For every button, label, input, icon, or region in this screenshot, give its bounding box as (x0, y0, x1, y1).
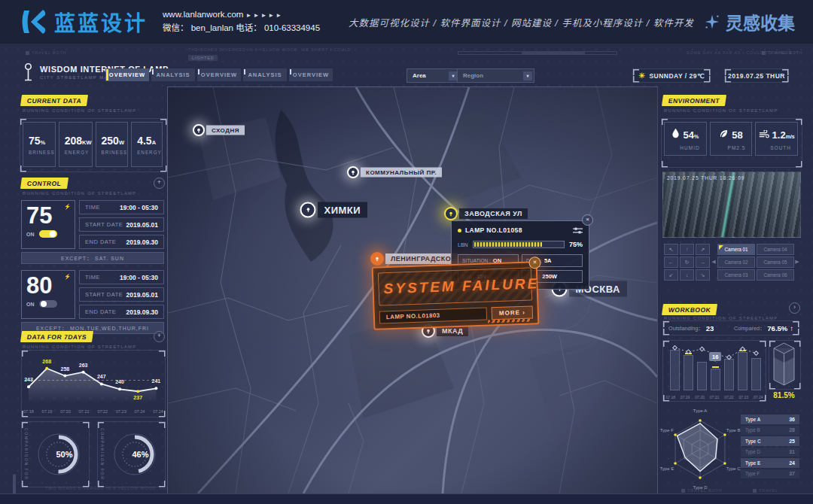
camera-pager-right[interactable]: ▶ (794, 244, 800, 279)
week-chart-add-button[interactable]: + (154, 331, 165, 342)
city-map[interactable]: СХОДНЯ КОММУНАЛЬНЫЙ ПР. ХИМКИ ЗАВОДСКАЯ … (167, 87, 658, 494)
schedule-row[interactable]: START DATE2019.05.01 (79, 217, 164, 232)
map-pin-химки[interactable] (300, 202, 316, 218)
camera-button-camera-04[interactable]: Camera 04 (757, 244, 794, 255)
current-data-tiles: 75%BRINESS 208KWENERGY 250WBRINESS 4.5AE… (23, 122, 163, 167)
workbook-next-button[interactable]: › (789, 302, 800, 314)
schedule-row[interactable]: END DATE2019.09.30 (79, 305, 164, 319)
outstanding-label: Outstanding： (668, 324, 704, 332)
camera-button-camera-02[interactable]: Camera 02 (717, 257, 755, 268)
type-row-type-f[interactable]: Type F37 (741, 469, 799, 479)
tab-analysis-4[interactable]: ANALYSIS (243, 68, 287, 81)
close-icon[interactable]: × (582, 214, 593, 226)
data-point-label: 258 (61, 366, 70, 372)
radar-axis-label: Type B (726, 428, 741, 433)
map-pin-сходня[interactable] (193, 124, 205, 136)
week-chart-subtitle: RUNNING CONDITION OF STREETLAMP (23, 345, 136, 349)
banner-contact-line: 微信： ben_lanlan 电话： 010-63334945 (163, 22, 320, 35)
type-row-type-c[interactable]: Type C25 (741, 436, 799, 446)
schedule-row[interactable]: TIME19:00 - 05:30 (79, 270, 164, 284)
dpad-arrow-7[interactable]: ↓ (680, 269, 694, 281)
tune-icon[interactable] (573, 227, 583, 234)
type-row-type-e[interactable]: Type E24 (741, 458, 799, 468)
schedule-row[interactable]: END DATE2019.09.30 (79, 235, 164, 249)
bottom-bar (0, 493, 813, 504)
type-row-type-a[interactable]: Type A36 (741, 414, 799, 424)
control-add-button[interactable]: + (154, 178, 165, 189)
metric-tile-energy: 4.5AENERGY (131, 122, 163, 167)
tab-overview-3[interactable]: OVERVIEW (197, 68, 241, 81)
type-row-type-d[interactable]: Type D31 (741, 448, 799, 457)
capacity-cube (769, 340, 801, 390)
schedule-row[interactable]: TIME19:00 - 05:30 (79, 200, 164, 214)
lanlan-logo-icon (18, 7, 48, 37)
dpad-arrow-6[interactable]: ↙ (664, 269, 678, 281)
tab-bar: OVERVIEWANALYSISOVERVIEWANALYSISOVERVIEW (105, 68, 333, 81)
dashboard: TRAVEL BOTHTHE ROADS DIVERGED IN A YELLO… (0, 44, 813, 504)
system-failure-popup: × SYSTEM FAILURE LAMP NO.L01803 MORE › (372, 261, 540, 330)
region-select[interactable]: Region ▾ (457, 68, 534, 83)
streetlamp-icon (23, 62, 34, 82)
type-list: Type A36 Type B28 Type C25 Type D31 Type… (741, 414, 799, 480)
radar-chart (661, 410, 739, 488)
power-toggle[interactable] (39, 230, 57, 238)
radar-axis-label: Type A (693, 408, 707, 413)
type-row-type-b[interactable]: Type B28 (741, 426, 799, 436)
tab-overview-1[interactable]: OVERVIEW (105, 68, 149, 81)
date-text: 2019.07.25 THUR (728, 72, 785, 80)
refresh-icon[interactable]: ↻ (680, 257, 694, 268)
metric-tile-briness: 75%BRINESS (23, 122, 56, 167)
more-button[interactable]: MORE › (492, 305, 533, 320)
decor-text: TRAVEL BOTH (26, 50, 66, 55)
map-pin-ленинградское ш[interactable] (370, 252, 384, 266)
camera-button-camera-05[interactable]: Camera 05 (757, 257, 794, 268)
schedule-row[interactable]: START DATE2019.05.01 (79, 287, 164, 302)
dpad-arrow-0[interactable]: ↖ (664, 244, 678, 255)
chevron-right-icon: › (522, 309, 525, 316)
region-select-value: Region (463, 72, 483, 79)
tab-overview-5[interactable]: OVERVIEW (289, 68, 333, 81)
banner-website[interactable]: www.lanlanwork.com (163, 10, 243, 19)
map-pin-коммунальный пр.[interactable] (347, 166, 359, 178)
camera-pager-left[interactable]: ◀ (711, 244, 717, 279)
env-tile-pm25: 58 PM2.5 (710, 122, 753, 156)
lbn-label: LBN (458, 242, 468, 247)
power-toggle[interactable] (39, 300, 57, 308)
collect-logo-text: 灵感收集 (726, 9, 795, 35)
env-tile-humid: 54% HUMID (664, 122, 707, 156)
camera-feed[interactable]: 2019.07.25 THUR 18:26:09 (662, 172, 801, 238)
current-data-subtitle: RUNNING CONDITION OF STREETLAMP (23, 108, 136, 113)
bulb-icon: ⚡ (64, 204, 71, 210)
camera-button-camera-01[interactable]: Camera 01 (717, 244, 755, 255)
date-box: 2019.07.25 THUR (724, 68, 789, 83)
compared-label: Compared： (734, 324, 765, 332)
dpad-arrow-2[interactable]: ↗ (696, 244, 710, 255)
lamp-popup-title: LAMP NO.L01058 (465, 226, 569, 234)
x-tick: 07.24 (135, 409, 145, 414)
environment-tiles: 54% HUMID 58 PM2.5 1.2m/s SOUTH (664, 122, 798, 156)
data-point-label: 247 (97, 374, 106, 379)
brightness-bar[interactable] (473, 241, 565, 248)
banner-contact: www.lanlanwork.com ►►►►► 微信： ben_lanlan … (163, 8, 320, 35)
workbook-label: WORKBOOK (662, 304, 718, 315)
decor-text: LIGHTED (188, 55, 218, 61)
failed-lamp-id: LAMP NO.L01803 (379, 308, 488, 324)
area-select[interactable]: Area ▾ (406, 68, 460, 83)
comparison-gauges: COMPARISON FOR 50% COMPARISON FOR 46% (21, 421, 166, 487)
dpad-arrow-8[interactable]: ↘ (696, 269, 710, 281)
env-tile-south: 1.2m/s SOUTH (755, 122, 798, 156)
map-pin-заводская ул[interactable] (444, 207, 458, 220)
metric-tile-energy: 208KWENERGY (59, 122, 93, 167)
dpad-arrow-5[interactable]: → (696, 257, 710, 268)
decor-text: THE ROADS DIVERGED IN A YELLOW WOOD, WE … (188, 47, 351, 52)
bar-tooltip: 16 (709, 352, 721, 361)
tab-analysis-2[interactable]: ANALYSIS (151, 68, 195, 81)
camera-button-camera-03[interactable]: Camera 03 (717, 269, 755, 281)
camera-dpad: ↖↑↗←↻→↙↓↘ (664, 244, 710, 281)
map-label: КОММУНАЛЬНЫЙ ПР. (361, 168, 442, 178)
camera-button-camera-06[interactable]: Camera 06 (757, 269, 794, 281)
brightness-level-tile: ⚡ 75 ON (21, 200, 75, 249)
metric-tile-briness: 250WBRINESS (96, 122, 129, 167)
dpad-arrow-1[interactable]: ↑ (680, 244, 694, 255)
dpad-arrow-3[interactable]: ← (664, 257, 678, 268)
